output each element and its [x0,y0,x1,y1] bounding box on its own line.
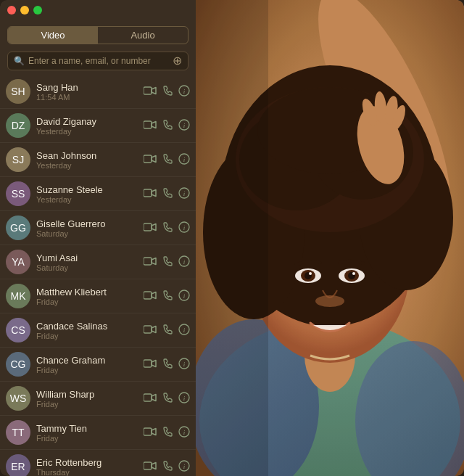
contact-time: Friday [36,366,144,374]
svg-text:i: i [183,122,186,129]
contact-info: William Sharp Friday [36,389,144,409]
info-icon[interactable]: i [178,255,190,268]
audio-call-icon[interactable] [162,188,173,200]
contact-info: Suzanne Steele Yesterday [36,184,144,204]
audio-call-icon[interactable] [162,154,173,165]
video-call-icon[interactable] [144,427,157,438]
contact-time: Yesterday [36,127,144,136]
contact-item[interactable]: CG Chance Graham Friday i [0,348,196,382]
info-icon[interactable]: i [178,85,190,98]
audio-call-icon[interactable] [162,427,173,438]
contact-item[interactable]: SS Suzanne Steele Yesterday i [0,177,196,211]
contact-item[interactable]: YA Yumi Asai Saturday i [0,245,196,279]
video-call-icon[interactable] [144,461,157,472]
audio-call-icon[interactable] [162,324,173,336]
info-icon[interactable]: i [178,358,190,371]
info-icon[interactable]: i [178,426,190,439]
contact-item[interactable]: MK Matthew Kliebert Friday i [0,279,196,313]
contact-time: 11:54 AM [36,93,144,102]
video-call-icon[interactable] [144,257,157,267]
contact-name: Chance Graham [36,355,144,366]
avatar: CG [6,352,30,377]
video-call-icon[interactable] [144,291,157,301]
contact-name: Sean Johnson [36,150,144,161]
audio-call-icon[interactable] [162,290,173,302]
info-icon[interactable]: i [178,290,190,303]
audio-call-icon[interactable] [162,358,173,370]
sidebar: Video Audio 🔍 ⊕ SH Sang Han 11:54 AM i [0,0,196,476]
contact-time: Saturday [36,229,144,238]
contact-info: Sean Johnson Yesterday [36,150,144,170]
video-call-icon[interactable] [144,223,157,233]
info-icon[interactable]: i [178,324,190,337]
contact-actions: i [144,290,190,303]
contact-actions: i [144,153,190,166]
contact-list: SH Sang Han 11:54 AM i DZ David Ziganay … [0,75,196,476]
svg-rect-3 [144,121,152,128]
contact-time: Thursday [36,468,144,477]
video-call-icon[interactable] [144,189,157,199]
facetime-window: Video Audio 🔍 ⊕ SH Sang Han 11:54 AM i [0,0,464,476]
contact-name: Eric Rottenberg [36,457,144,468]
video-tab[interactable]: Video [8,27,98,44]
contact-item[interactable]: WS William Sharp Friday i [0,382,196,416]
svg-rect-0 [144,87,152,94]
contact-name: Suzanne Steele [36,184,144,195]
svg-text:i: i [183,224,186,231]
video-call-icon[interactable] [144,155,157,165]
add-contact-button[interactable]: ⊕ [173,55,182,67]
close-button[interactable] [7,6,16,15]
search-input[interactable] [28,56,173,66]
contact-actions: i [144,85,190,98]
video-call-icon[interactable] [144,359,157,369]
audio-call-icon[interactable] [162,256,173,268]
avatar: SS [6,181,30,206]
contact-info: Candace Salinas Friday [36,321,144,340]
video-call-icon[interactable] [144,393,157,403]
contact-item[interactable]: DZ David Ziganay Yesterday i [0,109,196,143]
contact-name: Yumi Asai [36,253,144,263]
contact-time: Friday [36,332,144,340]
contact-item[interactable]: TT Tammy Tien Friday i [0,416,196,450]
contact-info: David Ziganay Yesterday [36,116,144,136]
svg-text:i: i [183,429,186,436]
svg-text:i: i [183,88,186,95]
video-call-icon[interactable] [144,325,157,335]
info-icon[interactable]: i [178,119,190,132]
contact-time: Yesterday [36,195,144,204]
contact-item[interactable]: SJ Sean Johnson Yesterday i [0,143,196,177]
contact-item[interactable]: SH Sang Han 11:54 AM i [0,75,196,109]
info-icon[interactable]: i [178,187,190,200]
audio-tab[interactable]: Audio [98,27,188,44]
svg-rect-30 [144,428,152,435]
svg-text:i: i [183,156,186,163]
contact-item[interactable]: GG Giselle Guerrero Saturday i [0,211,196,245]
contact-info: Sang Han 11:54 AM [36,82,144,102]
info-icon[interactable]: i [178,392,190,405]
contact-actions: i [144,255,190,268]
audio-call-icon[interactable] [162,222,173,234]
avatar: SH [6,79,30,104]
audio-call-icon[interactable] [162,393,173,404]
info-icon[interactable]: i [178,221,190,234]
contact-item[interactable]: CS Candace Salinas Friday i [0,313,196,348]
svg-rect-18 [144,292,152,299]
contact-name: Tammy Tien [36,423,144,434]
svg-text:i: i [183,258,186,266]
info-icon[interactable]: i [178,460,190,473]
minimize-button[interactable] [20,6,29,15]
audio-call-icon[interactable] [162,86,173,97]
svg-text:i: i [183,292,186,300]
video-call-icon[interactable] [144,86,157,97]
contact-info: Matthew Kliebert Friday [36,287,144,306]
audio-call-icon[interactable] [162,461,173,472]
contact-actions: i [144,187,190,200]
info-icon[interactable]: i [178,153,190,166]
avatar: CS [6,318,30,342]
contact-item[interactable]: ER Eric Rottenberg Thursday i [0,450,196,476]
video-call-icon[interactable] [144,120,157,131]
contact-time: Friday [36,434,144,443]
audio-call-icon[interactable] [162,120,173,131]
svg-rect-33 [144,462,152,469]
maximize-button[interactable] [33,6,42,15]
